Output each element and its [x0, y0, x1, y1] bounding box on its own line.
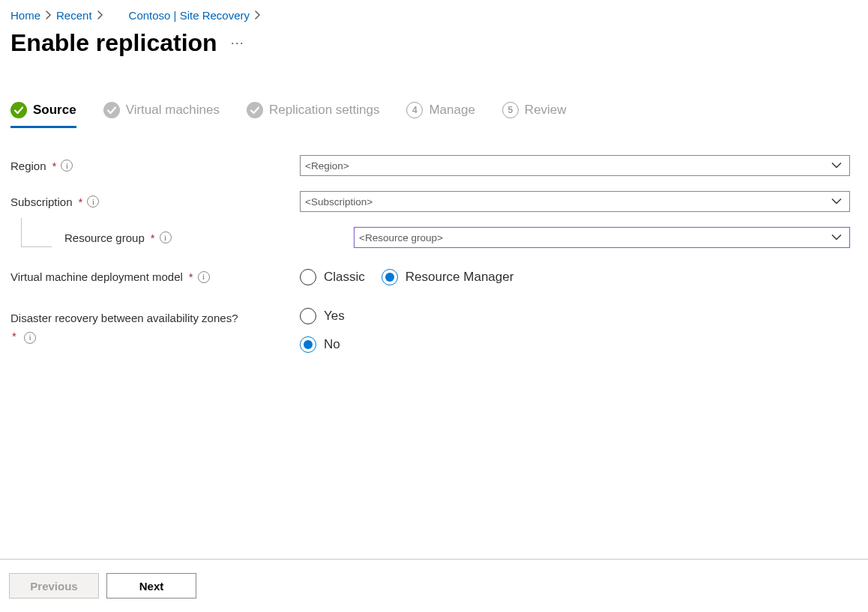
label-subscription: Subscription * i	[10, 196, 300, 208]
tab-review[interactable]: 5 Review	[502, 102, 567, 128]
radio-icon	[300, 336, 316, 353]
more-actions-icon[interactable]: ···	[231, 35, 244, 51]
radio-icon	[300, 308, 316, 324]
dropdown-value: <Resource group>	[359, 232, 443, 243]
info-icon[interactable]: i	[24, 332, 36, 344]
chevron-down-icon	[831, 196, 842, 207]
row-deployment-model: Virtual machine deployment model * i Cla…	[10, 269, 850, 285]
tab-source[interactable]: Source	[10, 102, 76, 128]
info-icon[interactable]: i	[87, 196, 99, 207]
tab-label: Manage	[429, 103, 474, 118]
dropdown-value: <Subscription>	[305, 196, 373, 207]
tab-virtual-machines[interactable]: Virtual machines	[103, 102, 220, 128]
breadcrumb-contoso[interactable]: Contoso | Site Recovery	[129, 9, 250, 22]
radio-icon	[382, 269, 398, 285]
required-mark: *	[52, 160, 57, 172]
row-subscription: Subscription * i <Subscription>	[10, 191, 850, 212]
indent-line-icon	[21, 218, 52, 247]
label-deployment-model: Virtual machine deployment model * i	[10, 270, 300, 283]
info-icon[interactable]: i	[198, 271, 210, 283]
subscription-dropdown[interactable]: <Subscription>	[300, 191, 850, 212]
label-region: Region * i	[10, 160, 300, 172]
tab-replication-settings[interactable]: Replication settings	[247, 102, 379, 128]
form: Region * i <Region> Subscription *	[10, 155, 850, 353]
resource-group-dropdown[interactable]: <Resource group>	[354, 227, 850, 248]
radio-icon	[300, 269, 316, 285]
deployment-model-radio-group: Classic Resource Manager	[300, 269, 850, 285]
row-dr-zones: Disaster recovery between availability z…	[10, 308, 850, 353]
chevron-right-icon	[45, 10, 52, 22]
page-root: Home Recent Contoso | Site Recovery Enab…	[0, 0, 868, 612]
info-icon[interactable]: i	[160, 231, 172, 243]
tab-label: Source	[33, 103, 76, 118]
region-dropdown[interactable]: <Region>	[300, 155, 850, 176]
radio-no[interactable]: No	[300, 336, 850, 353]
chevron-right-icon	[254, 10, 261, 22]
previous-button: Previous	[9, 573, 99, 599]
footer: Previous Next	[0, 559, 868, 612]
row-region: Region * i <Region>	[10, 155, 850, 176]
radio-label: Classic	[324, 270, 365, 285]
dropdown-value: <Region>	[305, 160, 349, 172]
required-mark: *	[189, 270, 193, 283]
label-resource-group: Resource group * i	[10, 231, 354, 244]
radio-resource-manager[interactable]: Resource Manager	[382, 269, 514, 285]
radio-label: No	[324, 337, 340, 352]
title-row: Enable replication ···	[10, 29, 850, 57]
required-mark: *	[151, 231, 155, 244]
info-icon[interactable]: i	[61, 160, 73, 172]
check-circle-icon	[103, 102, 120, 118]
tab-label: Replication settings	[269, 103, 379, 118]
radio-label: Yes	[324, 309, 345, 324]
check-circle-icon	[247, 102, 263, 118]
chevron-right-icon	[97, 10, 103, 22]
radio-classic[interactable]: Classic	[300, 269, 365, 285]
row-resource-group: Resource group * i <Resource group>	[10, 227, 850, 248]
breadcrumb-recent[interactable]: Recent	[56, 9, 92, 22]
dr-zones-radio-group: Yes No	[300, 308, 850, 353]
content: Home Recent Contoso | Site Recovery Enab…	[0, 0, 868, 559]
tab-label: Review	[525, 103, 567, 118]
step-number-icon: 5	[502, 102, 519, 118]
required-mark: *	[12, 330, 16, 342]
radio-label: Resource Manager	[406, 270, 514, 285]
wizard-tabs: Source Virtual machines Replication sett…	[10, 102, 850, 128]
next-button[interactable]: Next	[106, 573, 196, 599]
tab-label: Virtual machines	[126, 103, 220, 118]
step-number-icon: 4	[406, 102, 423, 118]
page-title: Enable replication	[10, 29, 217, 57]
breadcrumb: Home Recent Contoso | Site Recovery	[10, 9, 850, 22]
check-circle-icon	[10, 102, 27, 118]
radio-yes[interactable]: Yes	[300, 308, 850, 324]
chevron-down-icon	[831, 232, 842, 243]
label-dr-zones: Disaster recovery between availability z…	[10, 309, 300, 345]
tab-manage[interactable]: 4 Manage	[406, 102, 474, 128]
required-mark: *	[79, 196, 83, 208]
breadcrumb-home[interactable]: Home	[10, 9, 40, 22]
chevron-down-icon	[831, 160, 842, 172]
